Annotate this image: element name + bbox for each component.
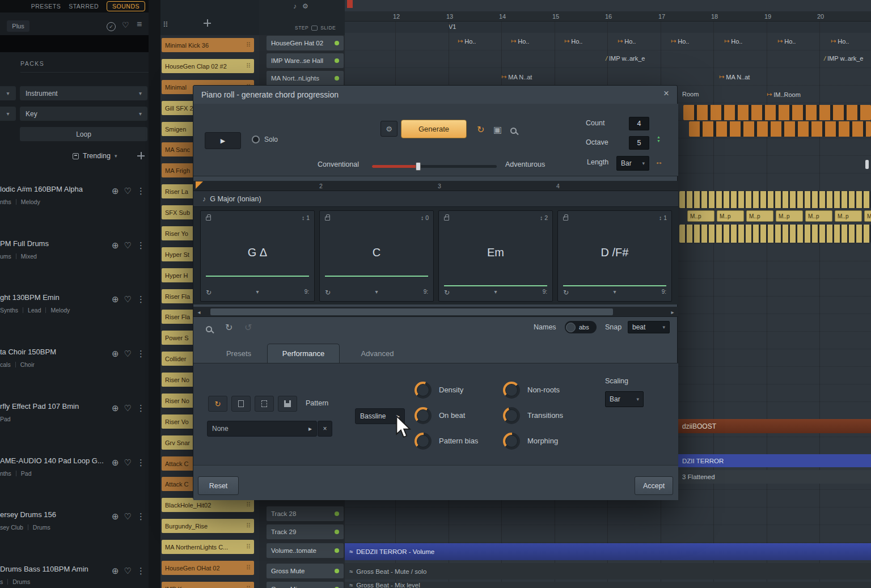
scrollbar-thumb[interactable] <box>210 308 613 315</box>
scaling-dropdown[interactable]: Bar ▾ <box>605 391 644 407</box>
audio-clip[interactable]: /IMP w..ark_e <box>824 55 863 62</box>
mix-automation-lane[interactable]: ≈ Gross Beat - Mix level <box>345 582 871 588</box>
midi-clip-tan[interactable] <box>679 225 871 243</box>
tab-starred[interactable]: STARRED <box>69 3 99 10</box>
midi-clip-orange[interactable] <box>683 105 871 120</box>
channel-item[interactable]: Minimal Kick 36⠿ <box>162 38 254 52</box>
undo-icon[interactable]: ↺ <box>244 322 252 333</box>
loop-list-item[interactable]: lodic A#m 160BPM AlphanthsMelody⊕♡⋮ <box>0 181 149 234</box>
midi-clip-small[interactable]: M..p <box>864 210 871 222</box>
wrench-icon[interactable]: ⚙ <box>302 2 308 10</box>
scroll-left-icon[interactable]: ◂ <box>195 308 204 316</box>
adventure-slider[interactable] <box>372 165 497 168</box>
loop-list-item[interactable]: ta Choir 150BPMcalsChoir⊕♡⋮ <box>0 344 149 396</box>
inversion-badge[interactable]: ↕0 <box>421 214 429 221</box>
volume-automation-lane[interactable]: ≈ DEDZII TERROR - Volume <box>345 543 871 560</box>
names-toggle[interactable]: abs <box>565 321 597 333</box>
tab-performance[interactable]: Performance <box>267 344 340 363</box>
octave-value[interactable]: 5 <box>629 136 649 150</box>
pattern-paste-button[interactable] <box>255 396 274 412</box>
favorite-icon[interactable]: ♡ <box>124 511 132 522</box>
favorite-icon[interactable]: ♡ <box>124 186 132 196</box>
drag-handle-icon[interactable]: ⠿ <box>246 564 251 572</box>
audio-clip[interactable]: ↦Ho.. <box>511 37 529 45</box>
chord-cell[interactable]: ↕1 G Δ ↻▾9: <box>200 210 315 302</box>
snap-dropdown[interactable]: beat ▾ <box>628 321 670 333</box>
pattern-dropdown[interactable]: None ▸ <box>207 421 317 437</box>
pattern-copy-button[interactable] <box>231 396 251 412</box>
audio-clip[interactable]: ↦Ho.. <box>564 37 582 45</box>
tab-sounds[interactable]: SOUNDS <box>107 1 145 11</box>
add-icon[interactable]: ⊕ <box>112 186 119 196</box>
channel-item[interactable]: HouseGen Clap 02 #2⠿ <box>162 59 254 73</box>
key-dropdown[interactable]: Key ▾ <box>20 107 147 121</box>
chord-expand-icon[interactable]: ▾ <box>320 289 433 295</box>
filter-stub-1[interactable]: ▾ <box>0 86 16 100</box>
chord-voicing-icon[interactable]: 9: <box>543 289 547 295</box>
tab-presets[interactable]: PRESETS <box>31 3 61 10</box>
chord-cell[interactable]: ↕0 C ↻▾9: <box>319 210 434 302</box>
audio-clip[interactable]: ↦Ho.. <box>724 37 742 45</box>
boost-clip[interactable]: dziiBOOST <box>678 419 871 433</box>
audio-clip[interactable]: ↦MA N..at <box>719 73 750 81</box>
playhead-marker[interactable] <box>196 181 203 189</box>
track-row[interactable]: MA Nort..nLights <box>267 71 344 86</box>
close-icon[interactable]: × <box>663 88 669 99</box>
track-row[interactable]: Track 29 <box>267 524 344 539</box>
timeline-ruler[interactable]: 121314151617181920 <box>345 11 871 22</box>
add-icon[interactable]: ⊕ <box>112 294 119 304</box>
loop-list-item[interactable]: rfly Effect Pad 107 BminPad⊕♡⋮ <box>0 399 149 451</box>
midi-clip-tan[interactable] <box>679 191 871 208</box>
pattern-refresh-button[interactable]: ↻ <box>208 396 227 412</box>
inversion-badge[interactable]: ↕1 <box>302 214 310 221</box>
track-enable-dot[interactable] <box>335 58 339 63</box>
channel-item[interactable]: IMP K⠿ <box>162 582 254 588</box>
track-row[interactable]: Volume..tomate <box>267 543 344 558</box>
audio-clip[interactable]: ↦Ho.. <box>458 37 476 45</box>
channel-item[interactable]: HouseGen OHat 02⠿ <box>162 561 254 575</box>
drag-handle-icon[interactable]: ⠿ <box>246 41 251 49</box>
audio-clip[interactable]: Room <box>682 91 699 98</box>
midi-clip-small[interactable]: M..p <box>687 210 714 222</box>
inversion-badge[interactable]: ↕2 <box>540 214 548 221</box>
reset-button[interactable]: Reset <box>198 476 239 495</box>
track-enable-dot[interactable] <box>335 511 339 516</box>
midi-clip-small[interactable]: M..p <box>805 210 832 222</box>
track-row[interactable]: Track 28 <box>267 506 344 521</box>
track-enable-dot[interactable] <box>335 76 339 81</box>
stretch-icon[interactable]: ↔ <box>655 157 663 166</box>
favorite-icon[interactable]: ♡ <box>122 21 129 29</box>
audio-clip[interactable]: ↦Ho.. <box>777 37 796 45</box>
instrument-dropdown[interactable]: Instrument ▾ <box>20 86 147 100</box>
dots-grid-icon[interactable]: ⠿ <box>163 20 168 29</box>
loop-button[interactable]: Loop <box>20 127 147 141</box>
add-icon[interactable]: ⊕ <box>112 349 119 359</box>
piano-icon[interactable]: ♪ <box>293 2 297 10</box>
track-enable-dot[interactable] <box>335 548 339 553</box>
loop-list-item[interactable]: ght 130BPM EminSynthsLeadMelody⊕♡⋮ <box>0 290 149 342</box>
loop-list-item[interactable]: PM Full DrumsumsMixed⊕♡⋮ <box>0 236 149 288</box>
drag-handle-icon[interactable]: ⠿ <box>246 543 251 551</box>
favorite-icon[interactable]: ♡ <box>124 458 132 468</box>
audio-clip[interactable]: ↦Ho.. <box>671 37 689 45</box>
count-value[interactable]: 4 <box>629 117 649 130</box>
add-icon[interactable]: ⊕ <box>112 566 119 576</box>
favorite-icon[interactable]: ♡ <box>124 294 132 304</box>
solo-control[interactable]: Solo <box>252 136 278 143</box>
preview-zoom-icon[interactable] <box>510 128 517 134</box>
trending-selector[interactable]: Trending ▾ <box>73 150 145 162</box>
lock-icon[interactable] <box>206 217 211 221</box>
generate-button[interactable]: Generate <box>401 120 467 138</box>
midi-clip-small[interactable]: M..p <box>746 210 773 222</box>
audio-clip[interactable]: ↦Ho.. <box>831 37 849 45</box>
chord-expand-icon[interactable]: ▾ <box>439 289 552 295</box>
chord-expand-icon[interactable]: ▾ <box>201 289 314 295</box>
length-dropdown[interactable]: Bar ▾ <box>616 156 649 171</box>
filter-stub-2[interactable]: ▾ <box>0 107 16 121</box>
slider-handle[interactable] <box>416 162 421 171</box>
audio-clip[interactable]: ↦Ho.. <box>618 37 636 45</box>
favorite-icon[interactable]: ♡ <box>124 349 132 359</box>
lock-icon[interactable] <box>325 217 330 221</box>
tool-button[interactable]: ⚙ <box>380 121 398 137</box>
refresh-icon[interactable]: ↻ <box>225 322 232 333</box>
